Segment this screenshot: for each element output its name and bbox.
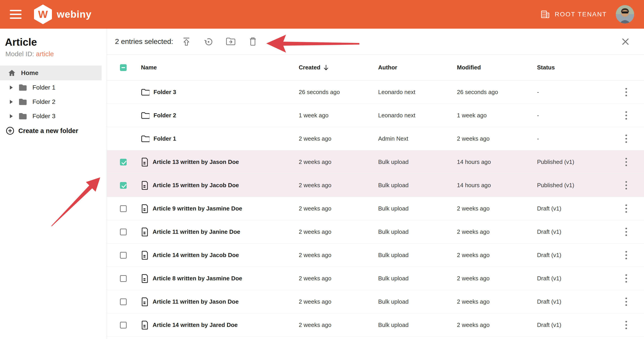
sidebar-item-folder-1[interactable]: Folder 1 — [0, 80, 107, 95]
unpublish-entries-button[interactable] — [203, 36, 214, 47]
row-name: Folder 1 — [154, 135, 176, 142]
table-body: Folder 3 26 seconds ago Leonardo next 26… — [107, 81, 644, 337]
row-actions-button[interactable] — [624, 86, 629, 98]
entries-panel: 2 entries selected: — [107, 29, 644, 339]
row-actions-button[interactable] — [624, 226, 629, 238]
row-actions-button[interactable] — [624, 296, 629, 308]
move-entries-button[interactable] — [225, 36, 236, 47]
row-author: Bulk upload — [378, 275, 457, 282]
row-author: Bulk upload — [378, 159, 457, 165]
row-author: Bulk upload — [378, 252, 457, 259]
folder-tree: Home Folder 1 Folder 2 — [0, 66, 107, 135]
row-modified: 1 week ago — [457, 112, 537, 119]
table-row[interactable]: Folder 1 2 weeks ago Admin Next 2 weeks … — [107, 127, 644, 150]
document-icon — [141, 204, 148, 213]
row-name: Article 8 written by Jasmine Doe — [152, 275, 242, 282]
home-icon — [8, 69, 16, 77]
table-row[interactable]: Article 11 written by Jason Doe 2 weeks … — [107, 290, 644, 313]
row-modified: 26 seconds ago — [457, 89, 537, 96]
row-actions-button[interactable] — [624, 110, 629, 121]
delete-entries-button[interactable] — [248, 36, 258, 47]
webiny-logo[interactable]: W webiny — [34, 5, 92, 24]
row-checkbox[interactable] — [120, 275, 127, 282]
row-created: 2 weeks ago — [299, 321, 378, 328]
avatar-photo-icon — [616, 5, 634, 24]
building-icon — [540, 9, 550, 20]
selection-count: 2 entries selected: — [115, 37, 173, 46]
row-checkbox[interactable] — [120, 159, 127, 165]
column-header-created[interactable]: Created — [299, 64, 378, 71]
row-author: Bulk upload — [378, 205, 457, 212]
row-name: Article 15 written by Jacob Doe — [152, 182, 239, 189]
row-author: Admin Next — [378, 135, 457, 142]
sidebar-item-home[interactable]: Home — [0, 66, 102, 80]
row-status: - — [537, 89, 608, 96]
folder-move-icon — [226, 37, 236, 47]
user-avatar[interactable] — [616, 5, 634, 24]
row-modified: 2 weeks ago — [457, 135, 537, 142]
row-actions-button[interactable] — [624, 272, 629, 284]
document-icon — [141, 158, 148, 167]
sidebar-item-folder-3[interactable]: Folder 3 — [0, 109, 107, 123]
row-actions-button[interactable] — [624, 133, 629, 145]
document-icon — [141, 181, 148, 190]
webiny-hexagon-icon: W — [34, 5, 52, 24]
row-actions-button[interactable] — [624, 179, 629, 191]
page-title: Article — [5, 36, 107, 48]
folder-icon — [18, 113, 27, 120]
row-actions-button[interactable] — [624, 203, 629, 214]
table-row[interactable]: Article 13 written by Jason Doe 2 weeks … — [107, 150, 644, 174]
document-icon — [141, 297, 148, 306]
row-checkbox[interactable] — [120, 252, 127, 259]
row-checkbox[interactable] — [120, 205, 127, 212]
row-name: Article 11 written by Jason Doe — [152, 298, 238, 305]
check-icon — [120, 183, 127, 189]
row-author: Bulk upload — [378, 182, 457, 189]
column-header-name[interactable]: Name — [134, 64, 299, 71]
row-actions-button[interactable] — [624, 156, 629, 168]
folder-icon — [141, 135, 150, 143]
table-row[interactable]: Folder 3 26 seconds ago Leonardo next 26… — [107, 81, 644, 104]
row-checkbox[interactable] — [120, 322, 127, 328]
create-folder-button[interactable]: Create a new folder — [6, 127, 107, 135]
row-created: 2 weeks ago — [299, 205, 378, 212]
publish-entries-button[interactable] — [181, 36, 192, 47]
document-icon — [141, 274, 148, 283]
row-name: Article 13 written by Jason Doe — [152, 159, 239, 165]
row-checkbox[interactable] — [120, 182, 127, 189]
row-status: Draft (v1) — [537, 298, 608, 305]
row-modified: 2 weeks ago — [457, 252, 537, 259]
chevron-right-icon[interactable] — [10, 114, 13, 118]
table-row[interactable]: Article 8 written by Jasmine Doe 2 weeks… — [107, 267, 644, 290]
table-row[interactable]: Article 15 written by Jacob Doe 2 weeks … — [107, 174, 644, 197]
row-modified: 2 weeks ago — [457, 205, 537, 212]
plus-circle-icon — [6, 127, 14, 135]
chevron-right-icon[interactable] — [10, 86, 13, 90]
column-header-modified[interactable]: Modified — [457, 64, 537, 71]
sort-desc-arrow-icon — [323, 65, 329, 71]
model-id-value[interactable]: article — [36, 50, 54, 58]
column-header-status[interactable]: Status — [537, 64, 608, 71]
sidebar-item-folder-2[interactable]: Folder 2 — [0, 95, 107, 109]
row-created: 2 weeks ago — [299, 135, 378, 142]
row-modified: 2 weeks ago — [457, 228, 537, 235]
select-all-checkbox[interactable] — [120, 64, 127, 71]
table-row[interactable]: Article 14 written by Jacob Doe 2 weeks … — [107, 244, 644, 267]
menu-button[interactable] — [10, 10, 22, 19]
table-row[interactable]: Article 14 written by Jared Doe 2 weeks … — [107, 313, 644, 337]
table-row[interactable]: Article 11 written by Janine Doe 2 weeks… — [107, 220, 644, 244]
column-header-author[interactable]: Author — [378, 64, 457, 71]
row-status: Draft (v1) — [537, 205, 608, 212]
row-checkbox[interactable] — [120, 229, 127, 235]
row-name: Article 11 written by Janine Doe — [152, 228, 240, 235]
chevron-right-icon[interactable] — [10, 100, 13, 104]
tenant-selector[interactable]: ROOT TENANT — [540, 9, 607, 20]
row-name: Article 14 written by Jacob Doe — [152, 252, 239, 259]
table-row[interactable]: Folder 2 1 week ago Leonardo next 1 week… — [107, 104, 644, 127]
row-actions-button[interactable] — [624, 249, 629, 261]
row-checkbox[interactable] — [120, 298, 127, 305]
close-selection-button[interactable] — [620, 36, 631, 47]
row-actions-button[interactable] — [624, 319, 629, 331]
table-row[interactable]: Article 9 written by Jasmine Doe 2 weeks… — [107, 197, 644, 220]
row-status: Published (v1) — [537, 159, 608, 165]
